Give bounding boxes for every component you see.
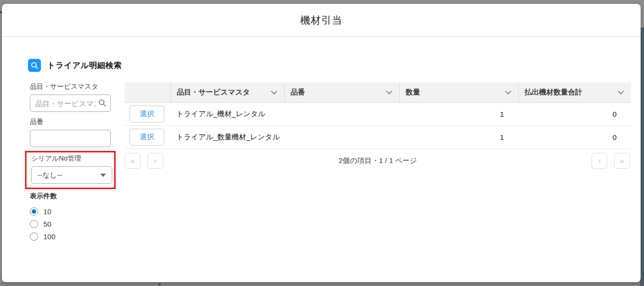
chevron-down-icon bbox=[271, 90, 277, 95]
header-issued-total[interactable]: 払出機材数量合計 bbox=[518, 82, 631, 102]
item-master-label: 品目・サービスマスタ bbox=[30, 82, 125, 91]
item-master-field-wrap bbox=[30, 95, 111, 112]
results-area: 品目・サービスマスタ 品番 数量 払出機材数量合計 bbox=[125, 82, 641, 173]
radio-label-100: 100 bbox=[43, 232, 55, 241]
cell-issued-total: 0 bbox=[518, 110, 631, 118]
search-icon bbox=[28, 59, 41, 72]
header-quantity-label: 数量 bbox=[406, 88, 420, 97]
chevron-down-icon bbox=[386, 90, 393, 95]
highlight-red-box: シリアルNo管理 --なし-- bbox=[25, 151, 116, 189]
page-size-label: 表示件数 bbox=[30, 192, 125, 201]
next-page-button[interactable]: › bbox=[591, 153, 607, 169]
radio-option-100[interactable]: 100 bbox=[30, 230, 125, 243]
cell-quantity: 1 bbox=[399, 110, 518, 118]
radio-icon-50[interactable] bbox=[30, 220, 38, 228]
radio-icon-10[interactable] bbox=[30, 207, 38, 216]
backdrop-dark-strip bbox=[640, 27, 644, 286]
header-item-master[interactable]: 品目・サービスマスタ bbox=[171, 82, 284, 102]
underlying-page-fragment: 1 bbox=[158, 283, 161, 286]
results-table: 品目・サービスマスタ 品番 数量 払出機材数量合計 bbox=[125, 82, 631, 149]
equipment-allocation-modal: 機材引当 トライアル明細検索 品目・サービスマスタ bbox=[2, 4, 641, 282]
cell-issued-total: 0 bbox=[518, 133, 631, 141]
serial-no-label: シリアルNo管理 bbox=[31, 154, 114, 163]
pagination-summary: 2個の項目・1 / 1 ページ bbox=[125, 156, 631, 165]
table-header-row: 品目・サービスマスタ 品番 数量 払出機材数量合計 bbox=[125, 82, 631, 103]
chevron-down-icon bbox=[505, 90, 512, 95]
radio-option-10[interactable]: 10 bbox=[30, 205, 125, 218]
header-issued-total-label: 払出機材数量合計 bbox=[525, 88, 582, 97]
radio-label-10: 10 bbox=[43, 207, 52, 216]
modal-content: 品目・サービスマスタ 品番 シリアルNo管理 --なし-- bbox=[2, 82, 641, 243]
radio-label-50: 50 bbox=[43, 220, 52, 228]
table-row: 選択 トライアル_機材_レンタル 1 0 bbox=[125, 103, 631, 126]
header-item-master-label: 品目・サービスマスタ bbox=[177, 88, 250, 97]
pagination-bar: « ‹ 2個の項目・1 / 1 ページ › » bbox=[125, 151, 631, 173]
radio-option-50[interactable]: 50 bbox=[30, 218, 125, 230]
header-quantity[interactable]: 数量 bbox=[399, 82, 518, 102]
modal-header: 機材引当 bbox=[2, 4, 641, 37]
page-size-radio-group: 10 50 100 bbox=[30, 205, 125, 243]
part-number-label: 品番 bbox=[30, 118, 125, 126]
search-section-header: トライアル明細検索 bbox=[28, 59, 641, 72]
chevron-down-icon bbox=[618, 90, 624, 95]
part-number-input[interactable] bbox=[30, 130, 111, 147]
table-row: 選択 トライアル_数量機材_レンタル 1 0 bbox=[125, 126, 631, 149]
header-select-column bbox=[125, 82, 171, 102]
serial-no-selected-value: --なし-- bbox=[38, 171, 62, 180]
search-section-title: トライアル明細検索 bbox=[47, 60, 122, 71]
header-part-number[interactable]: 品番 bbox=[284, 82, 399, 102]
header-part-number-label: 品番 bbox=[290, 88, 305, 97]
cell-item-master: トライアル_機材_レンタル bbox=[171, 109, 284, 119]
last-page-button[interactable]: » bbox=[614, 153, 630, 169]
modal-title: 機材引当 bbox=[300, 14, 342, 27]
select-row-button[interactable]: 選択 bbox=[130, 106, 164, 123]
cell-quantity: 1 bbox=[399, 133, 518, 141]
select-row-button[interactable]: 選択 bbox=[130, 129, 164, 146]
radio-icon-100[interactable] bbox=[30, 232, 38, 241]
dropdown-caret-icon bbox=[100, 174, 106, 177]
cell-item-master: トライアル_数量機材_レンタル bbox=[171, 133, 284, 142]
search-form: 品目・サービスマスタ 品番 シリアルNo管理 --なし-- bbox=[28, 82, 125, 243]
input-search-icon bbox=[98, 99, 106, 109]
backdrop-bottom-strip: 1 bbox=[0, 282, 640, 286]
serial-no-select[interactable]: --なし-- bbox=[31, 166, 112, 184]
